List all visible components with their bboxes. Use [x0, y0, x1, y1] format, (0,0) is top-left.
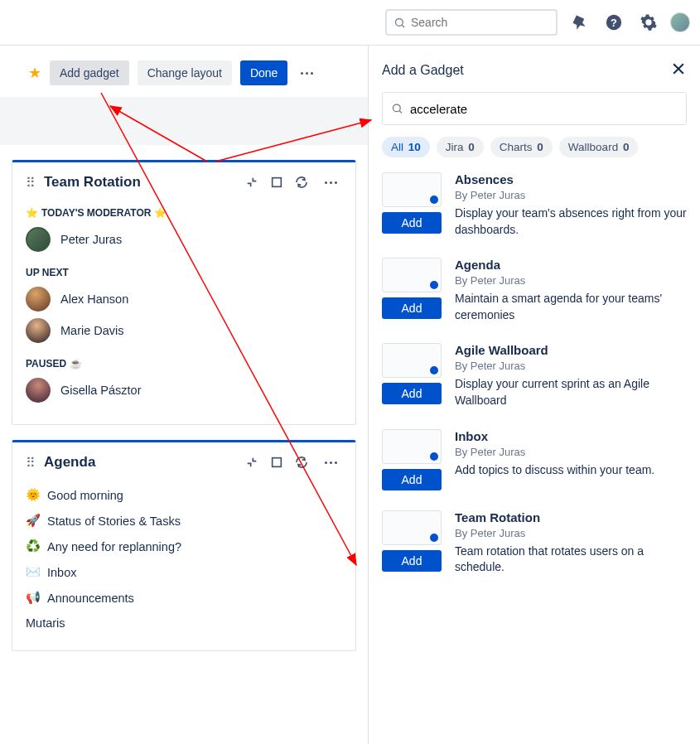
agenda-item[interactable]: ✉️Inbox	[26, 559, 342, 585]
gadget-thumbnail	[382, 172, 442, 207]
avatar	[26, 378, 51, 403]
gadget-title: Absences	[455, 172, 687, 186]
svg-point-8	[393, 104, 400, 112]
card-more-icon[interactable]	[320, 457, 342, 469]
gadget-description: Add topics to discuss within your team.	[455, 462, 654, 479]
today-moderator-label: ⭐TODAY'S MODERATOR⭐	[26, 207, 342, 219]
gadget-description: Display your current sprint as an Agile …	[455, 376, 687, 408]
gadget-description: Maintain a smart agenda for your teams' …	[455, 291, 687, 323]
drag-handle-icon[interactable]: ⠿	[26, 455, 36, 471]
gadget-author: By Peter Juras	[455, 360, 687, 372]
add-gadget-item-button[interactable]: Add	[382, 550, 442, 572]
gadget-thumbnail	[382, 258, 442, 292]
minimize-icon[interactable]	[245, 176, 258, 189]
more-icon[interactable]	[296, 67, 318, 80]
add-gadget-item-button[interactable]: Add	[382, 297, 442, 319]
svg-point-0	[396, 18, 403, 26]
gadget-author: By Peter Juras	[455, 527, 687, 539]
card-agenda: ⠿ Agenda 🌞Good morning🚀Status of Stories…	[12, 440, 356, 651]
search-icon	[391, 102, 403, 115]
gadget-search-input[interactable]	[410, 102, 678, 116]
gadget-item: AddAbsencesBy Peter JurasDisplay your te…	[382, 172, 687, 238]
svg-line-1	[402, 25, 404, 27]
agenda-item[interactable]: 🚀Status of Stories & Tasks	[26, 508, 342, 534]
filter-chips: All 10Jira 0Charts 0Wallboard 0	[382, 137, 687, 157]
avatar	[26, 227, 51, 252]
moderator-row: Peter Juras	[26, 227, 342, 252]
person-name: Alex Hanson	[60, 292, 128, 306]
svg-rect-5	[273, 458, 282, 467]
notifications-icon[interactable]	[566, 9, 592, 36]
minimize-icon[interactable]	[245, 456, 258, 469]
gadget-title: Team Rotation	[455, 510, 687, 524]
emoji-icon: 📢	[26, 591, 41, 605]
filter-chip-all[interactable]: All 10	[382, 137, 430, 157]
person-name: Gisella Pásztor	[60, 384, 142, 397]
maximize-icon[interactable]	[270, 456, 283, 469]
settings-icon[interactable]	[635, 9, 662, 36]
user-avatar[interactable]	[670, 12, 690, 32]
agenda-text: Status of Stories & Tasks	[47, 515, 181, 528]
gadget-author: By Peter Juras	[455, 274, 687, 287]
gadget-title: Inbox	[455, 429, 654, 443]
add-gadget-button[interactable]: Add gadget	[50, 60, 129, 85]
change-layout-button[interactable]: Change layout	[138, 60, 232, 85]
emoji-icon: 🚀	[26, 514, 41, 528]
gadget-item: AddAgendaBy Peter JurasMaintain a smart …	[382, 258, 687, 323]
agenda-item[interactable]: 🌞Good morning	[26, 482, 342, 508]
card-title: Agenda	[44, 454, 95, 471]
gadget-author: By Peter Juras	[455, 446, 654, 458]
refresh-icon[interactable]	[295, 176, 308, 189]
agenda-text: Announcements	[47, 592, 134, 605]
dashboard-toolbar: ★ Add gadget Change layout Done	[0, 60, 368, 97]
drag-handle-icon[interactable]: ⠿	[26, 175, 36, 191]
search-icon	[393, 17, 406, 29]
agenda-item[interactable]: 📢Announcements	[26, 585, 342, 611]
agenda-item[interactable]: Mutaris	[26, 611, 342, 635]
card-title: Team Rotation	[44, 174, 141, 191]
svg-line-9	[399, 111, 402, 114]
gadget-thumbnail	[382, 429, 442, 464]
global-search[interactable]	[385, 9, 558, 36]
agenda-text: Any need for replanning?	[47, 540, 181, 553]
person-name: Marie Davis	[60, 324, 124, 337]
gadget-description: Display your team's absences right from …	[455, 205, 687, 238]
maximize-icon[interactable]	[270, 176, 283, 189]
emoji-icon: ✉️	[26, 565, 41, 579]
svg-rect-4	[273, 178, 282, 187]
gadget-author: By Peter Juras	[455, 189, 687, 201]
close-icon[interactable]	[670, 60, 687, 80]
agenda-text: Mutaris	[26, 616, 65, 630]
emoji-icon: ♻️	[26, 539, 41, 553]
add-gadget-item-button[interactable]: Add	[382, 383, 442, 404]
gadget-item: AddInboxBy Peter JurasAdd topics to disc…	[382, 429, 687, 490]
gadget-thumbnail	[382, 510, 442, 545]
card-team-rotation: ⠿ Team Rotation ⭐TODAY'S MODERATOR⭐ Pete…	[12, 160, 356, 425]
gadget-title: Agile Wallboard	[455, 343, 687, 357]
gadget-title: Agenda	[455, 258, 687, 272]
gadget-item: AddAgile WallboardBy Peter JurasDisplay …	[382, 343, 687, 408]
gadget-search[interactable]	[382, 92, 687, 125]
panel-title: Add a Gadget	[382, 63, 464, 78]
agenda-text: Good morning	[47, 489, 123, 502]
filter-chip-charts[interactable]: Charts 0	[490, 137, 553, 157]
up-next-row: Alex Hanson	[26, 287, 342, 312]
card-more-icon[interactable]	[320, 176, 342, 189]
agenda-item[interactable]: ♻️Any need for replanning?	[26, 534, 342, 559]
agenda-text: Inbox	[47, 566, 76, 579]
star-icon[interactable]: ★	[28, 64, 41, 82]
svg-text:?: ?	[611, 17, 617, 29]
add-gadget-item-button[interactable]: Add	[382, 212, 442, 234]
add-gadget-item-button[interactable]: Add	[382, 469, 442, 490]
help-icon[interactable]: ?	[601, 9, 627, 36]
gadget-panel: Add a Gadget All 10Jira 0Charts 0Wallboa…	[368, 46, 700, 744]
emoji-icon: 🌞	[26, 488, 41, 502]
person-name: Peter Juras	[60, 233, 122, 246]
paused-label: PAUSED ☕	[26, 358, 342, 370]
dashboard-column: ★ Add gadget Change layout Done ⠿ Team R…	[0, 46, 368, 744]
search-input[interactable]	[411, 16, 549, 29]
filter-chip-wallboard[interactable]: Wallboard 0	[559, 137, 639, 157]
filter-chip-jira[interactable]: Jira 0	[437, 137, 484, 157]
done-button[interactable]: Done	[240, 60, 287, 85]
refresh-icon[interactable]	[295, 456, 308, 469]
